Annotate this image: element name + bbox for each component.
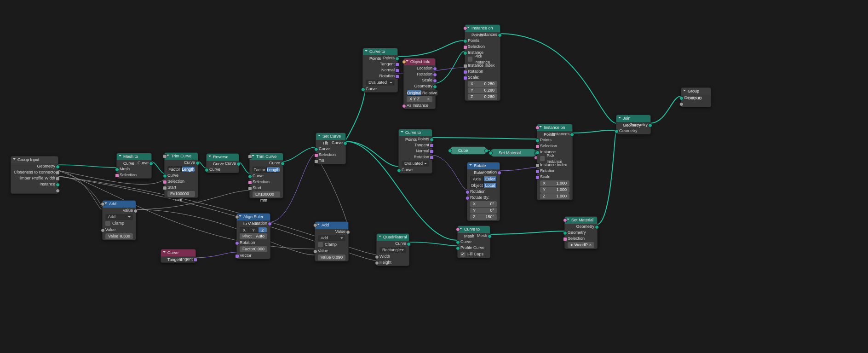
node-group-input[interactable]: Group Input Geometry Closeness to connec… (11, 156, 58, 194)
seg-axis[interactable]: XYZ (240, 227, 267, 233)
node-align-euler[interactable]: Align Euler to Vector Rotation XYZ Pivot… (236, 213, 270, 259)
seg-type[interactable]: Axis AngleEuler (470, 176, 497, 182)
node-curve-to-points-1[interactable]: Curve to Points Points Tangent Normal Ro… (362, 48, 398, 93)
in-curve: Curve (363, 86, 397, 92)
node-group-output[interactable]: Group Output Geometry (681, 87, 711, 107)
node-header[interactable]: Rotate Euler (467, 162, 500, 169)
node-header[interactable]: Add (315, 222, 348, 229)
in-points: Points (537, 137, 572, 143)
node-header[interactable]: Align Euler to Vector (237, 214, 270, 220)
node-rotate-euler[interactable]: Rotate Euler Rotation Axis AngleEuler Ob… (467, 162, 500, 221)
node-header[interactable]: Curve to Mesh (458, 226, 490, 233)
node-add-2[interactable]: Add Value Add Clamp Value Value0.090 (315, 221, 349, 261)
node-header[interactable]: Group Input (11, 156, 58, 163)
in-start: Start (250, 185, 283, 191)
field-end[interactable]: En100000 mm (253, 191, 280, 197)
field-value[interactable]: Value0.090 (318, 255, 345, 260)
node-instance-on-points-2[interactable]: Instance on Points Instances Points Sele… (537, 124, 573, 200)
field-end[interactable]: En100000 mm (167, 191, 195, 197)
field-scale-y[interactable]: Y0.280 (468, 87, 497, 93)
out-rotation: Rotation (399, 154, 432, 160)
checkbox-clamp[interactable]: Clamp (318, 242, 345, 248)
node-curve-to-points-2[interactable]: Curve to Points Points Tangent Normal Ro… (398, 129, 432, 174)
in-instance-index: Instance Index (537, 162, 572, 168)
node-set-curve-tilt[interactable]: Set Curve Tilt Curve Curve Selection Til… (316, 133, 346, 164)
node-header[interactable]: Trim Curve (250, 153, 283, 160)
dropdown-operation[interactable]: Add (105, 214, 133, 220)
in-pick-instance[interactable]: Pick Instance (468, 56, 497, 62)
field-z[interactable]: Z150° (470, 214, 497, 220)
node-header[interactable]: Curve Tangent (161, 249, 195, 256)
out-curve: Curve (117, 160, 151, 166)
dropdown-mode[interactable]: Evaluated (366, 80, 395, 86)
node-header[interactable]: Reverse Curve (207, 154, 239, 161)
in-selection: Selection (316, 152, 345, 158)
in-selection: Selection (565, 236, 597, 242)
out-geometry: Geometry (404, 83, 435, 89)
in-instance: Instance (465, 50, 500, 56)
field-x[interactable]: X0° (470, 201, 497, 207)
node-trim-curve-2[interactable]: Trim Curve Curve FactorLength Curve Sele… (249, 153, 283, 198)
node-join-geometry[interactable]: Join Geometry Geometry Geometry (616, 115, 651, 134)
field-scale-z[interactable]: Z1.000 (540, 193, 569, 199)
node-header[interactable]: Quadrilateral (377, 234, 409, 241)
dropdown-mode[interactable]: Rectangle (379, 247, 406, 253)
node-curve-to-mesh[interactable]: Curve to Mesh Mesh Curve Profile Curve F… (457, 226, 490, 258)
seg-space[interactable]: ObjectLocal (470, 182, 497, 188)
out-rotation: Rotation (237, 220, 270, 226)
node-trim-curve-1[interactable]: Trim Curve Curve FactorLength Curve Sele… (164, 152, 198, 198)
out-geometry: Geometry (565, 224, 597, 230)
node-instance-on-points-1[interactable]: Instance on Points Instances Points Sele… (465, 24, 500, 101)
node-mesh-to-curve[interactable]: Mesh to Curve Curve Mesh Selection (116, 153, 152, 179)
node-header[interactable]: Add (103, 201, 136, 208)
in-curve: Curve (250, 173, 283, 179)
field-scale-y[interactable]: Y1.000 (540, 187, 569, 193)
dropdown-pivot[interactable]: PivotAuto (240, 233, 267, 239)
node-header[interactable]: Set Curve Tilt (316, 133, 345, 140)
node-set-material-collapsed[interactable]: Set Material (490, 149, 537, 157)
node-set-material[interactable]: Set Material Geometry Geometry Selection… (564, 216, 598, 249)
node-header[interactable]: Group Output (681, 88, 711, 95)
field-scale-x[interactable]: X1.000 (540, 180, 569, 186)
seg-mode[interactable]: FactorLength (253, 167, 280, 173)
field-value[interactable]: Value0.330 (105, 233, 133, 239)
field-material[interactable]: ●WoodP× (568, 242, 594, 248)
in-rotation: Rotation (537, 168, 572, 174)
field-y[interactable]: Y0° (470, 208, 497, 214)
node-header[interactable]: Object Info (404, 58, 435, 65)
node-quadrilateral[interactable]: Quadrilateral Curve Rectangle Width Heig… (376, 233, 409, 266)
field-scale-x[interactable]: X0.280 (468, 81, 497, 87)
checkbox-clamp[interactable]: Clamp (105, 220, 133, 226)
in-pick-instance[interactable]: Pick Instance (540, 156, 569, 162)
node-header[interactable]: Join Geometry (616, 115, 650, 122)
field-object[interactable]: X Y Z× (407, 96, 432, 102)
node-header[interactable]: Curve to Points (363, 48, 397, 55)
node-header[interactable]: Instance on Points (537, 124, 572, 131)
out-curve: Curve (316, 140, 345, 146)
out-rotation: Rotation (404, 71, 435, 77)
field-factor[interactable]: Factor0.000 (240, 246, 267, 252)
checkbox-fill-caps[interactable]: Fill Caps (460, 251, 487, 257)
node-header[interactable]: Curve to Points (399, 129, 432, 136)
node-object-info[interactable]: Object Info Location Rotation Scale Geom… (403, 58, 436, 109)
node-header[interactable]: Trim Curve (165, 153, 198, 160)
dropdown-operation[interactable]: Add (318, 235, 345, 241)
in-selection: Selection (537, 143, 572, 149)
node-header[interactable]: Mesh to Curve (117, 153, 151, 160)
in-width: Width (377, 254, 409, 260)
in-rotation: Rotation (237, 240, 270, 246)
in-selection: Selection (117, 172, 151, 178)
in-instance-index: Instance Index (465, 63, 500, 69)
out-tangent: Tangent (161, 256, 195, 262)
node-curve-tangent[interactable]: Curve Tangent Tangent (161, 249, 196, 263)
node-cube-collapsed[interactable]: Cube (449, 146, 487, 155)
node-reverse-curve[interactable]: Reverse Curve Curve Curve (206, 153, 239, 173)
dropdown-mode[interactable]: Evaluated (402, 161, 429, 167)
in-geometry: Geometry (681, 95, 711, 101)
seg-mode[interactable]: FactorLength (167, 166, 195, 172)
node-header[interactable]: Instance on Points (465, 25, 500, 32)
field-scale-z[interactable]: Z0.280 (468, 94, 497, 100)
node-header[interactable]: Set Material (565, 217, 597, 224)
node-add-1[interactable]: Add Value Add Clamp Value Value0.330 (102, 200, 136, 240)
seg-space[interactable]: OriginalRelative (407, 90, 432, 96)
